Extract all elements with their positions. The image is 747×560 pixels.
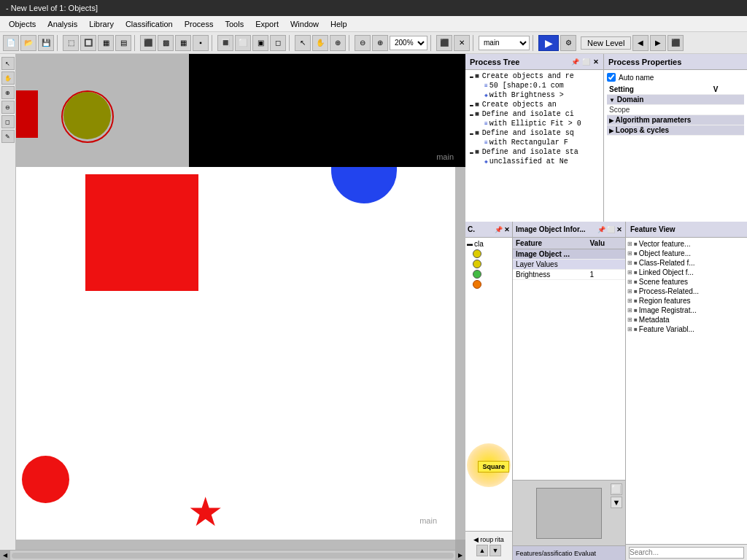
zoom-in-button[interactable]: ⊕	[372, 35, 388, 51]
feature-item-1[interactable]: ⊞ ■ Object feature...	[627, 249, 746, 258]
toolbar-btn12[interactable]: ▣	[252, 35, 268, 51]
thumb-btn2[interactable]: ▼	[611, 497, 622, 508]
vertical-scrollbar[interactable]	[455, 167, 465, 540]
scroll-track[interactable]	[12, 553, 454, 559]
tree-collapse-3[interactable]: ▬	[470, 101, 473, 108]
thumb-btn1[interactable]: ⬜	[611, 483, 622, 495]
class-close[interactable]: ✕	[504, 226, 510, 233]
props-algorithm-row[interactable]: ▶ Algorithm parameters	[607, 115, 744, 125]
menu-library[interactable]: Library	[83, 18, 120, 30]
toolbar-btn2[interactable]: ⬚	[63, 35, 79, 51]
tree-item-3[interactable]: ▬ ■ Create objects an	[467, 100, 602, 109]
tree-item-0[interactable]: ▬ ■ Create objects and re	[467, 71, 602, 81]
feature-item-3[interactable]: ⊞ ■ Linked Object f...	[627, 268, 746, 277]
tree-collapse-4[interactable]: ▬	[470, 111, 473, 117]
canvas-main[interactable]: ★ main	[16, 167, 465, 550]
img-obj-float[interactable]: ⬜	[607, 226, 615, 233]
process-tree-close[interactable]: ✕	[593, 58, 599, 66]
menu-tools[interactable]: Tools	[219, 18, 249, 30]
class-down-button[interactable]: ▼	[489, 545, 501, 556]
left-tool-3[interactable]: ⊕	[1, 86, 15, 99]
toolbar-btn4[interactable]: ▦	[98, 35, 114, 51]
feature-search-input[interactable]	[629, 547, 744, 559]
left-tool-5[interactable]: ◻	[1, 115, 15, 128]
zoom-btn[interactable]: ⊕	[330, 35, 346, 51]
tree-item-7[interactable]: ≡ with Rectangular F	[467, 138, 602, 147]
view-mode-btn2[interactable]: ✕	[454, 35, 470, 51]
menu-process[interactable]: Process	[179, 18, 220, 30]
scroll-left-btn[interactable]: ◀	[0, 551, 10, 561]
toolbar-btn8[interactable]: ▦	[175, 35, 191, 51]
class-up-button[interactable]: ▲	[476, 545, 488, 556]
menu-analysis[interactable]: Analysis	[42, 18, 83, 30]
tree-collapse-0[interactable]: ▬	[470, 73, 473, 79]
props-domain-row[interactable]: ▼ Domain	[607, 95, 744, 105]
scroll-right-btn[interactable]: ▶	[455, 551, 465, 561]
tree-collapse-6[interactable]: ▬	[470, 130, 473, 136]
hand-tool-button[interactable]: ✋	[312, 35, 328, 51]
cursor-tool-button[interactable]: ↖	[295, 35, 311, 51]
toolbar-btn11[interactable]: ⬜	[235, 35, 251, 51]
left-tool-4[interactable]: ⊖	[1, 101, 15, 114]
toolbar-btn10[interactable]: 🔳	[217, 35, 233, 51]
menu-export[interactable]: Export	[249, 18, 285, 30]
class-pin[interactable]: 📌	[495, 226, 503, 233]
new-level-button[interactable]: New Level	[581, 36, 631, 50]
left-tool-6[interactable]: ✎	[1, 130, 15, 143]
process-tree-pin[interactable]: 📌	[571, 58, 579, 66]
tree-item-2[interactable]: ◈ with Brightness >	[467, 90, 602, 100]
img-obj-pin[interactable]: 📌	[597, 226, 605, 233]
tree-item-6[interactable]: ▬ ■ Define and isolate sq	[467, 128, 602, 138]
toolbar-btn13[interactable]: ◻	[270, 35, 286, 51]
toolbar-extra2[interactable]: ⬛	[667, 35, 684, 51]
autoname-checkbox[interactable]	[607, 73, 616, 82]
class-item-2[interactable]	[467, 259, 511, 269]
class-tree-root[interactable]: ▬ cla	[467, 239, 511, 249]
feature-item-5[interactable]: ⊞ ■ Process-Related...	[627, 287, 746, 296]
toolbar-btn7[interactable]: ▩	[158, 35, 174, 51]
feature-item-4[interactable]: ⊞ ■ Scene features	[627, 277, 746, 287]
toolbar-btn3[interactable]: 🔲	[80, 35, 96, 51]
feature-item-8[interactable]: ⊞ ■ Metadata	[627, 315, 746, 324]
feature-item-2[interactable]: ⊞ ■ Class-Related f...	[627, 258, 746, 268]
props-loops-row[interactable]: ▶ Loops & cycles	[607, 125, 744, 136]
class-item-3[interactable]	[467, 269, 511, 279]
new-file-button[interactable]: 📄	[3, 35, 19, 51]
feature-item-9[interactable]: ⊞ ■ Feature Variabl...	[627, 324, 746, 334]
menu-classification[interactable]: Classification	[120, 18, 179, 30]
view-select[interactable]: main	[479, 36, 530, 50]
toolbar-extra1[interactable]: ⚙	[560, 35, 576, 51]
process-tree-float[interactable]: ⬜	[582, 58, 590, 66]
class-item-1[interactable]	[467, 249, 511, 259]
class-item-4[interactable]	[467, 279, 511, 289]
tree-item-9[interactable]: ◈ unclassified at Ne	[467, 157, 602, 166]
tree-collapse-8[interactable]: ▬	[470, 149, 473, 155]
save-file-button[interactable]: 💾	[38, 35, 54, 51]
menu-objects[interactable]: Objects	[3, 18, 42, 30]
toolbar-btn5[interactable]: ▤	[115, 35, 131, 51]
horizontal-scrollbar[interactable]	[16, 540, 455, 550]
menu-window[interactable]: Window	[285, 18, 325, 30]
feature-item-6[interactable]: ⊞ ■ Region features	[627, 296, 746, 306]
tree-item-1[interactable]: ≡ 50 [shape:0.1 com	[467, 81, 602, 90]
img-obj-close[interactable]: ✕	[616, 226, 622, 233]
canvas-bottom-hscroll[interactable]: ◀ ▶	[0, 550, 465, 560]
feature-item-7[interactable]: ⊞ ■ Image Registrat...	[627, 306, 746, 315]
tree-item-8[interactable]: ▬ ■ Define and isolate sta	[467, 147, 602, 157]
tree-item-5[interactable]: ≡ with Elliptic Fit > 0	[467, 119, 602, 128]
toolbar-nav-right[interactable]: ▶	[650, 35, 666, 51]
zoom-select[interactable]: 200%	[390, 36, 427, 50]
menu-help[interactable]: Help	[325, 18, 353, 30]
tree-item-4[interactable]: ▬ ■ Define and isolate ci	[467, 109, 602, 119]
toolbar-nav-left[interactable]: ◀	[632, 35, 649, 51]
view-mode-btn1[interactable]: ⬛	[436, 35, 452, 51]
zoom-out-button[interactable]: ⊖	[355, 35, 371, 51]
toolbar-btn6[interactable]: ⬛	[140, 35, 156, 51]
toolbar-btn9[interactable]: ▪	[193, 35, 209, 51]
run-button[interactable]: ▶	[538, 35, 559, 51]
left-tool-1[interactable]: ↖	[1, 57, 15, 70]
left-tool-2[interactable]: ✋	[1, 71, 15, 85]
class-nav-left[interactable]: ◀	[473, 536, 479, 543]
feature-item-0[interactable]: ⊞ ■ Vector feature...	[627, 239, 746, 249]
open-file-button[interactable]: 📂	[20, 35, 36, 51]
